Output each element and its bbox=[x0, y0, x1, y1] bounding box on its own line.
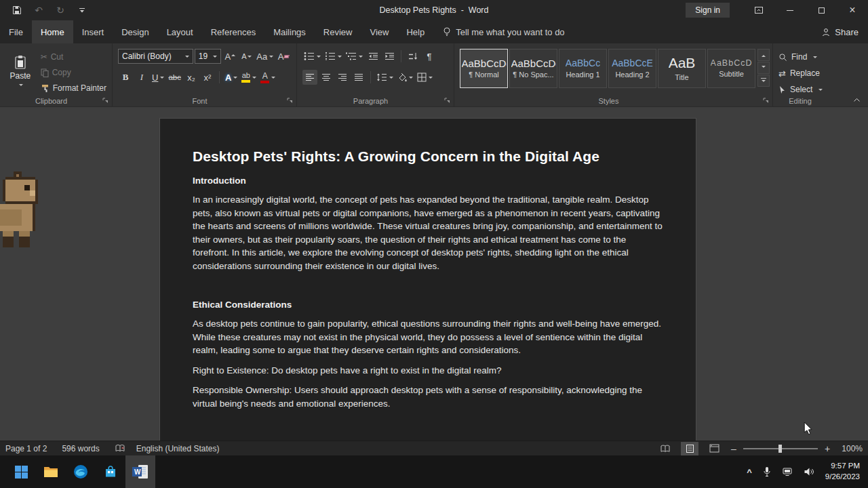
file-explorer-button[interactable] bbox=[36, 455, 66, 488]
align-right-button[interactable] bbox=[335, 70, 350, 85]
strikethrough-button[interactable]: abc bbox=[167, 70, 182, 85]
align-left-button[interactable] bbox=[302, 70, 317, 85]
sign-in-button[interactable]: Sign in bbox=[686, 3, 730, 18]
hidden-icons-chevron[interactable]: ^ bbox=[747, 467, 752, 477]
style-heading-1[interactable]: AaBbCc Heading 1 bbox=[559, 49, 607, 88]
zoom-slider-handle[interactable] bbox=[778, 445, 782, 453]
underline-button[interactable]: U bbox=[151, 70, 165, 85]
highlight-color-button[interactable]: ab bbox=[240, 70, 258, 85]
shading-button[interactable] bbox=[396, 70, 414, 85]
network-tray-button[interactable] bbox=[782, 467, 793, 476]
undo-button[interactable]: ↶ bbox=[28, 0, 49, 20]
grow-font-button[interactable]: A bbox=[222, 49, 237, 64]
minimize-button[interactable] bbox=[774, 0, 806, 20]
font-name-select[interactable]: Calibri (Body) bbox=[118, 49, 193, 64]
bullets-button[interactable] bbox=[302, 49, 322, 64]
document-heading-introduction[interactable]: Introduction bbox=[193, 176, 663, 186]
style-heading-2[interactable]: AaBbCcE Heading 2 bbox=[608, 49, 656, 88]
font-size-select[interactable]: 19 bbox=[195, 49, 222, 64]
tab-layout[interactable]: Layout bbox=[158, 20, 202, 43]
styles-scroll-down-button[interactable] bbox=[757, 62, 770, 74]
maximize-button[interactable] bbox=[806, 0, 837, 20]
replace-button[interactable]: ⇄ Replace bbox=[778, 66, 823, 80]
document-title[interactable]: Desktop Pets' Rights: A Growing Concern … bbox=[193, 148, 663, 165]
bold-button[interactable]: B bbox=[118, 70, 133, 85]
shrink-font-button[interactable]: A bbox=[239, 49, 254, 64]
styles-scroll-up-button[interactable] bbox=[757, 49, 770, 61]
word-count[interactable]: 596 words bbox=[62, 444, 99, 453]
read-mode-button[interactable] bbox=[656, 442, 674, 455]
zoom-out-button[interactable]: – bbox=[730, 443, 738, 454]
taskbar-clock[interactable]: 9:57 PM 9/26/2023 bbox=[825, 461, 860, 482]
zoom-level[interactable]: 100% bbox=[837, 444, 863, 453]
document-page[interactable]: Desktop Pets' Rights: A Growing Concern … bbox=[159, 118, 696, 441]
change-case-button[interactable]: Aa bbox=[255, 49, 275, 64]
style-normal[interactable]: AaBbCcDc ¶ Normal bbox=[460, 49, 508, 88]
desktop-pet[interactable] bbox=[0, 171, 43, 253]
subscript-button[interactable]: x₂ bbox=[184, 70, 199, 85]
language-indicator[interactable]: English (United States) bbox=[136, 444, 220, 453]
decrease-indent-button[interactable] bbox=[366, 49, 380, 64]
text-effects-button[interactable]: A bbox=[224, 70, 239, 85]
proofing-status-button[interactable] bbox=[115, 444, 125, 453]
tab-file[interactable]: File bbox=[0, 20, 32, 43]
collapse-ribbon-button[interactable] bbox=[850, 96, 863, 104]
clipboard-dialog-launcher[interactable] bbox=[102, 98, 109, 104]
tab-view[interactable]: View bbox=[361, 20, 397, 43]
borders-button[interactable] bbox=[416, 70, 434, 85]
page-indicator[interactable]: Page 1 of 2 bbox=[5, 444, 47, 453]
microphone-tray-button[interactable] bbox=[763, 466, 771, 477]
document-paragraph[interactable]: As desktop pets continue to gain popular… bbox=[193, 317, 663, 357]
document-paragraph[interactable]: In an increasingly digital world, the co… bbox=[193, 193, 663, 272]
paste-button[interactable]: Paste bbox=[5, 49, 35, 92]
tab-mailings[interactable]: Mailings bbox=[264, 20, 315, 43]
store-button[interactable] bbox=[96, 455, 125, 488]
tab-home[interactable]: Home bbox=[32, 20, 73, 43]
customize-quick-access-button[interactable] bbox=[72, 0, 92, 20]
multilevel-list-button[interactable] bbox=[344, 49, 364, 64]
superscript-button[interactable]: x² bbox=[200, 70, 215, 85]
sort-button[interactable] bbox=[406, 49, 420, 64]
styles-dialog-launcher[interactable] bbox=[763, 98, 770, 104]
word-taskbar-button[interactable]: W bbox=[125, 455, 155, 488]
zoom-in-button[interactable]: + bbox=[823, 443, 831, 454]
select-button[interactable]: Select bbox=[778, 83, 823, 96]
style-no-spacing[interactable]: AaBbCcDc ¶ No Spac... bbox=[509, 49, 557, 88]
document-paragraph[interactable]: Right to Existence: Do desktop pets have… bbox=[193, 364, 663, 378]
tab-references[interactable]: References bbox=[202, 20, 264, 43]
style-subtitle[interactable]: AaBbCcD Subtitle bbox=[707, 49, 755, 88]
styles-more-button[interactable] bbox=[757, 75, 770, 87]
line-spacing-button[interactable] bbox=[375, 70, 395, 85]
redo-button[interactable]: ↻ bbox=[50, 0, 71, 20]
font-dialog-launcher[interactable] bbox=[287, 98, 294, 104]
tab-review[interactable]: Review bbox=[315, 20, 361, 43]
print-layout-button[interactable] bbox=[681, 442, 698, 455]
zoom-slider[interactable] bbox=[743, 448, 818, 449]
align-center-button[interactable] bbox=[319, 70, 334, 85]
document-heading-ethical[interactable]: Ethical Considerations bbox=[193, 300, 663, 310]
find-button[interactable]: Find bbox=[778, 50, 823, 64]
paragraph-dialog-launcher[interactable] bbox=[444, 98, 451, 104]
start-button[interactable] bbox=[6, 455, 36, 488]
volume-tray-button[interactable] bbox=[804, 467, 814, 476]
numbering-button[interactable] bbox=[323, 49, 343, 64]
save-button[interactable] bbox=[7, 0, 27, 20]
show-hide-marks-button[interactable]: ¶ bbox=[422, 49, 437, 64]
document-paragraph[interactable]: Responsible Ownership: Users should appr… bbox=[193, 384, 663, 410]
italic-button[interactable]: I bbox=[134, 70, 149, 85]
ribbon-display-options-button[interactable] bbox=[743, 0, 774, 20]
increase-indent-button[interactable] bbox=[382, 49, 397, 64]
cut-button[interactable]: ✂ Cut bbox=[41, 50, 106, 64]
share-button[interactable]: Share bbox=[821, 20, 859, 43]
copy-button[interactable]: Copy bbox=[41, 66, 106, 79]
font-color-button[interactable]: A bbox=[259, 70, 277, 85]
tab-insert[interactable]: Insert bbox=[73, 20, 113, 43]
edge-browser-button[interactable] bbox=[66, 455, 96, 488]
tab-design[interactable]: Design bbox=[113, 20, 157, 43]
web-layout-button[interactable] bbox=[705, 442, 723, 455]
close-button[interactable]: × bbox=[837, 0, 868, 20]
style-title[interactable]: AaB Title bbox=[658, 49, 706, 88]
format-painter-button[interactable]: Format Painter bbox=[41, 81, 106, 95]
clear-formatting-button[interactable]: A bbox=[276, 49, 291, 64]
tell-me-box[interactable]: Tell me what you want to do bbox=[443, 20, 564, 43]
